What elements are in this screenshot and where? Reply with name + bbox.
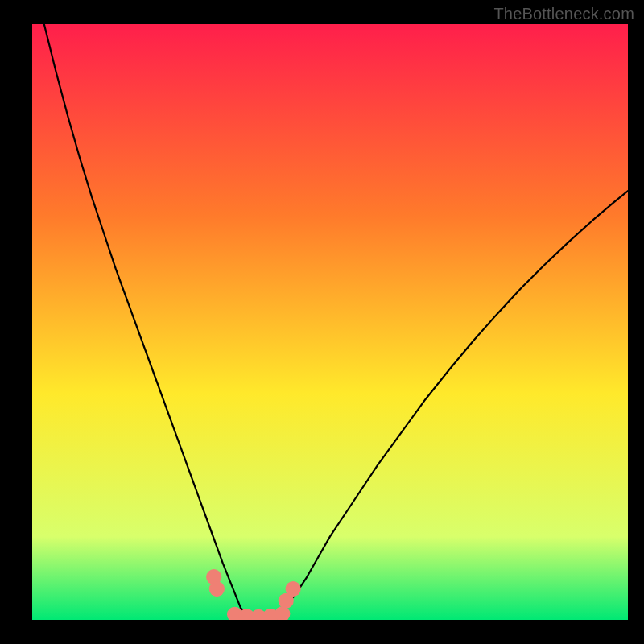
highlight-dot	[209, 581, 225, 597]
plot-area	[32, 24, 628, 620]
chart-frame: TheBottleneck.com	[0, 0, 644, 644]
plot-svg	[32, 24, 628, 620]
gradient-background	[32, 24, 628, 620]
watermark-text: TheBottleneck.com	[493, 5, 634, 23]
highlight-dot	[286, 581, 301, 597]
